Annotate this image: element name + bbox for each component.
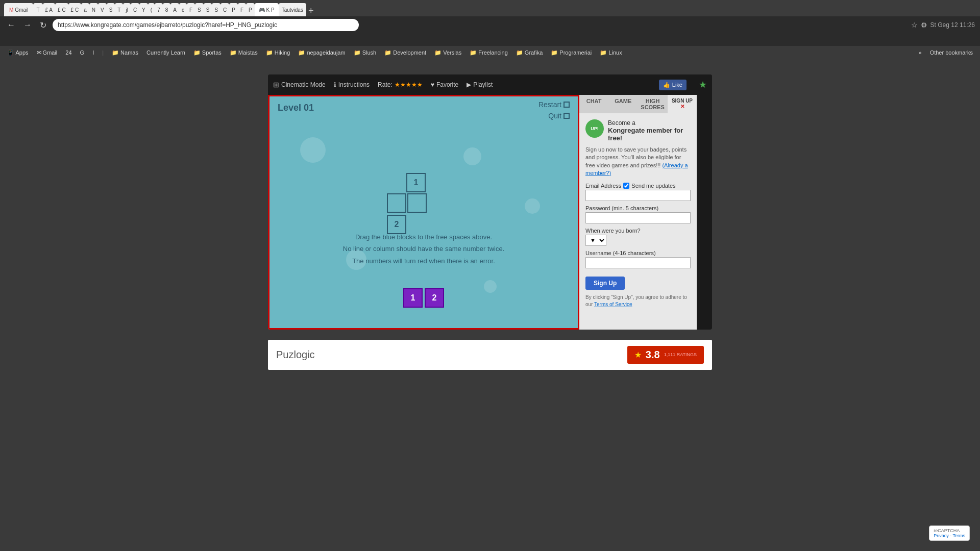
grid-cell-top: 1 [406, 173, 426, 192]
time-display: St Geg 12 11:26 [930, 21, 975, 29]
bookmark-grafika[interactable]: 📁 Grafika [513, 48, 546, 57]
like-button[interactable]: 👍 Like [659, 80, 687, 90]
grid-cell-mid-left[interactable] [387, 193, 406, 213]
cinematic-mode-button[interactable]: ⊞ Cinematic Mode [273, 81, 326, 89]
tab-f[interactable]: F [187, 3, 195, 16]
address-input[interactable] [53, 19, 359, 31]
tab-kongregate[interactable]: 🎮 K P [255, 3, 279, 16]
stars-display[interactable]: ★★★★★ [395, 81, 423, 88]
bookmark-more[interactable]: » [916, 48, 925, 57]
game-container: ⊞ Cinematic Mode ℹ Instructions Rate: ★★… [268, 74, 712, 330]
born-label: When were you born? [585, 228, 691, 234]
bookmark-currently-learn[interactable]: Currently Learn [143, 48, 188, 57]
tab-p2[interactable]: P [246, 3, 255, 16]
email-row: Email Address Send me updates [585, 183, 691, 201]
bookmark-slush[interactable]: 📁 Slush [351, 48, 380, 57]
tab-9[interactable]: S [107, 3, 115, 16]
bookmark-apps[interactable]: 📱 Apps [4, 48, 32, 57]
cinematic-label: Cinematic Mode [281, 81, 326, 88]
password-input[interactable] [585, 212, 691, 223]
playlist-button[interactable]: ▶ Playlist [467, 81, 493, 88]
close-tab-icon[interactable]: ✕ [680, 104, 684, 109]
terms-link[interactable]: Terms of Service [594, 302, 632, 307]
play-icon: ▶ [467, 81, 471, 88]
tab-3[interactable]: £ A [43, 3, 55, 16]
game-info-bar: Puzlogic ★ 3.8 1,111 RATINGS [268, 340, 712, 370]
tab-7[interactable]: N [89, 3, 98, 16]
game-area: Level 01 Restart Quit 1 [268, 95, 712, 330]
thumbs-up-icon: 👍 [663, 82, 670, 88]
bookmark-sportas[interactable]: 📁 Sportas [190, 48, 225, 57]
bookmark-namas[interactable]: 📁 Namas [109, 48, 141, 57]
bookmark-maistas[interactable]: 📁 Maistas [227, 48, 261, 57]
tab-jl[interactable]: jl [123, 3, 130, 16]
extensions-icon[interactable]: ⚙ [921, 21, 927, 29]
tab-f2[interactable]: F [238, 3, 246, 16]
bookmark-24[interactable]: 24 [62, 48, 75, 57]
bookmark-nepageidaujam[interactable]: 📁 nepageidaujam [295, 48, 348, 57]
bookmark-g[interactable]: G [77, 48, 88, 57]
tab-high-scores[interactable]: HIGH SCORES [638, 95, 667, 113]
tab-c3[interactable]: C [220, 3, 229, 16]
reload-button[interactable]: ↻ [38, 19, 48, 31]
tab-gmail[interactable]: MGmail [4, 3, 33, 16]
bookmark-development[interactable]: 📁 Development [381, 48, 429, 57]
bookmark-hiking[interactable]: 📁 Hiking [263, 48, 293, 57]
bookmark-verslas[interactable]: 📁 Verslas [431, 48, 464, 57]
send-updates-checkbox[interactable] [623, 183, 629, 189]
game-canvas[interactable]: Level 01 Restart Quit 1 [268, 95, 579, 330]
bookmark-programeriai[interactable]: 📁 Programeriai [548, 48, 595, 57]
back-button[interactable]: ← [5, 19, 17, 31]
username-input[interactable] [585, 257, 691, 268]
tab-signup[interactable]: SIGN UP ✕ [668, 95, 697, 113]
tab-7b[interactable]: 7 [155, 3, 163, 16]
rate-control: Rate: ★★★★★ [378, 81, 423, 88]
drag-block-2[interactable]: 2 [425, 288, 444, 308]
tab-a[interactable]: A [170, 3, 179, 16]
username-row: Username (4-16 characters) [585, 250, 691, 268]
quit-button[interactable]: Quit [548, 112, 570, 120]
tab-chat[interactable]: CHAT [579, 95, 608, 113]
born-select[interactable]: ▼ [585, 235, 606, 246]
grid-cell-mid-right[interactable] [407, 193, 427, 213]
instruction-line-1: Drag the blue blocks to the free spaces … [270, 231, 578, 243]
tab-p1[interactable]: P [229, 3, 238, 16]
tab-c1[interactable]: C [131, 3, 139, 16]
signup-title2: Kongregate member for free! [608, 127, 683, 142]
tab-6[interactable]: a [81, 3, 89, 16]
tab-c2[interactable]: c [179, 3, 187, 16]
new-tab-button[interactable]: + [308, 6, 314, 16]
tab-tautvidas[interactable]: Tautvidas [279, 3, 306, 16]
tab-10[interactable]: T [115, 3, 123, 16]
kongregate-icon: ★ [699, 79, 707, 90]
tab-y[interactable]: Y [139, 3, 148, 16]
tab-s2[interactable]: S [204, 3, 212, 16]
restart-button[interactable]: Restart [538, 101, 570, 109]
forward-button[interactable]: → [21, 19, 34, 31]
tab-5[interactable]: £ C [68, 3, 82, 16]
bookmark-freelancing[interactable]: 📁 Freelancing [467, 48, 511, 57]
email-input[interactable] [585, 190, 691, 201]
bookmark-other[interactable]: Other bookmarks [927, 48, 976, 57]
tab-game[interactable]: GAME [608, 95, 638, 113]
bookmark-linux[interactable]: 📁 Linux [597, 48, 625, 57]
recaptcha-links[interactable]: Privacy - Terms [934, 533, 965, 538]
tab-s3[interactable]: S [212, 3, 220, 16]
tab-8[interactable]: V [98, 3, 107, 16]
drag-block-1[interactable]: 1 [403, 288, 423, 308]
password-label: Password (min. 5 characters) [585, 205, 691, 211]
bookmark-i[interactable]: I [89, 48, 97, 57]
tab-2[interactable]: T [33, 3, 42, 16]
bookmark-sep1: | [99, 48, 107, 57]
tab-paren[interactable]: ( [148, 3, 155, 16]
bookmark-star[interactable]: ☆ [911, 21, 918, 29]
tab-4[interactable]: £ C [55, 3, 68, 16]
signup-button[interactable]: Sign Up [585, 277, 625, 290]
bookmark-gmail[interactable]: ✉ Gmail [34, 48, 61, 57]
tab-8b[interactable]: 8 [163, 3, 171, 16]
favorite-button[interactable]: ♥ Favorite [431, 81, 458, 88]
bookmarks-bar: 📱 Apps ✉ Gmail 24 G I | 📁 Namas Currentl… [0, 46, 980, 59]
tab-s1[interactable]: S [195, 3, 204, 16]
blob-1 [300, 137, 326, 163]
instructions-button[interactable]: ℹ Instructions [334, 81, 370, 88]
